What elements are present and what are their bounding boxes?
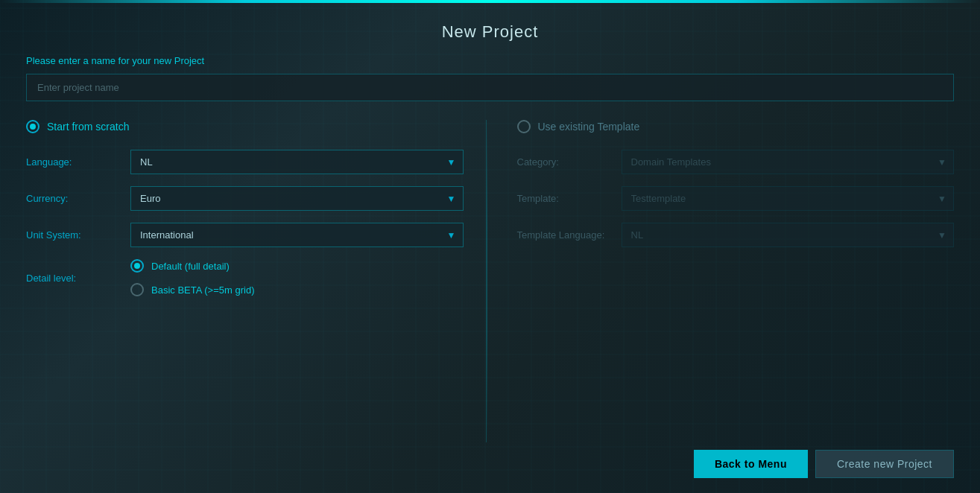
currency-row: Currency: Euro USD GBP ▼ [26, 186, 464, 211]
use-existing-template-header[interactable]: Use existing Template [517, 120, 955, 133]
detail-level-label: Detail level: [26, 273, 76, 284]
template-label: Template: [517, 193, 622, 204]
detail-level-row: Detail level: Default (full detail) Basi… [26, 259, 464, 296]
main-container: New Project Please enter a name for your… [0, 0, 980, 493]
start-from-scratch-label: Start from scratch [47, 121, 129, 133]
project-name-label: Please enter a name for your new Project [26, 55, 954, 66]
template-language-row: Template Language: NL EN ▼ [517, 223, 955, 247]
unit-system-row: Unit System: International Imperial ▼ [26, 223, 464, 247]
detail-default-radio[interactable] [130, 259, 144, 273]
start-from-scratch-header[interactable]: Start from scratch [26, 120, 464, 133]
category-row: Category: Domain Templates ▼ [517, 150, 955, 174]
unit-system-select-wrapper: International Imperial ▼ [130, 223, 464, 247]
detail-basic-label: Basic BETA (>=5m grid) [151, 284, 254, 296]
unit-system-label: Unit System: [26, 229, 130, 241]
language-label: Language: [26, 156, 130, 168]
template-row: Template: Testtemplate ▼ [517, 186, 955, 211]
currency-label: Currency: [26, 193, 130, 204]
detail-default-label: Default (full detail) [151, 261, 230, 272]
currency-select[interactable]: Euro USD GBP [130, 186, 464, 211]
form-columns: Start from scratch Language: NL EN DE FR… [26, 120, 954, 442]
right-column: Use existing Template Category: Domain T… [487, 120, 955, 442]
unit-system-select[interactable]: International Imperial [130, 223, 464, 247]
page-title: New Project [26, 22, 954, 42]
template-language-select[interactable]: NL EN [622, 223, 955, 247]
template-select[interactable]: Testtemplate [622, 186, 955, 211]
template-select-wrapper: Testtemplate ▼ [622, 186, 955, 211]
detail-basic-radio[interactable] [130, 283, 144, 296]
left-column: Start from scratch Language: NL EN DE FR… [26, 120, 487, 442]
bottom-bar: Back to Menu Create new Project [26, 442, 954, 478]
start-from-scratch-radio[interactable] [26, 120, 39, 133]
use-existing-template-label: Use existing Template [538, 121, 640, 133]
language-row: Language: NL EN DE FR ▼ [26, 150, 464, 174]
detail-basic-option[interactable]: Basic BETA (>=5m grid) [130, 283, 254, 296]
back-to-menu-button[interactable]: Back to Menu [694, 450, 808, 478]
category-select[interactable]: Domain Templates [622, 150, 955, 174]
detail-default-option[interactable]: Default (full detail) [130, 259, 254, 273]
template-language-select-wrapper: NL EN ▼ [622, 223, 955, 247]
category-select-wrapper: Domain Templates ▼ [622, 150, 955, 174]
create-new-project-button[interactable]: Create new Project [815, 450, 954, 478]
project-name-input[interactable] [26, 74, 954, 101]
language-select-wrapper: NL EN DE FR ▼ [130, 150, 464, 174]
template-language-label: Template Language: [517, 229, 622, 241]
currency-select-wrapper: Euro USD GBP ▼ [130, 186, 464, 211]
use-existing-template-radio[interactable] [517, 120, 531, 133]
category-label: Category: [517, 156, 622, 168]
detail-level-options: Default (full detail) Basic BETA (>=5m g… [130, 259, 254, 296]
language-select[interactable]: NL EN DE FR [130, 150, 464, 174]
